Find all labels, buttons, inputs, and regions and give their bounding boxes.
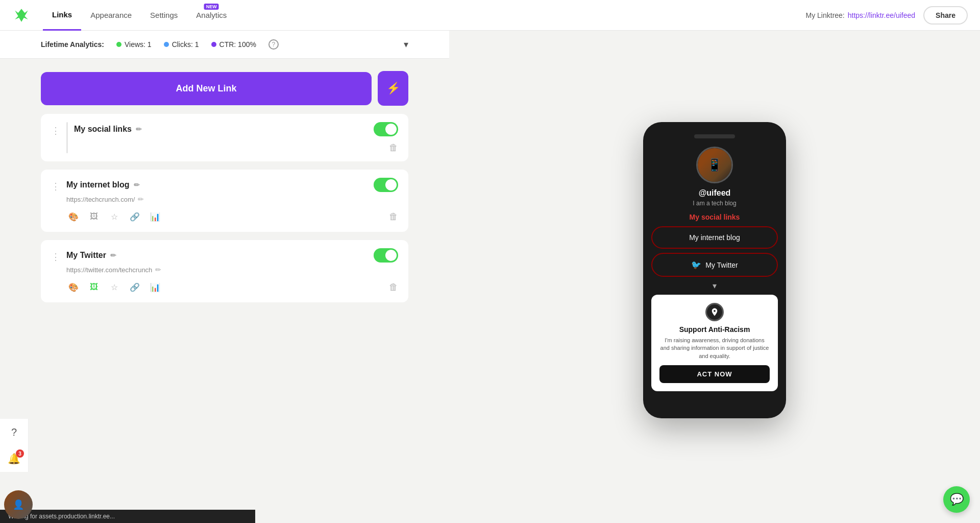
blog-title: My internet blog ✏ [66,180,140,189]
notifications-side-icon[interactable]: 🔔 3 [0,445,29,472]
twitter-edit-icon[interactable]: ✏ [110,251,116,259]
analytics-bar: Lifetime Analytics: Views: 1 Clicks: 1 C… [0,31,449,59]
phone-banner-title: Support Anti-Racism [659,325,770,334]
twitter-title: My Twitter ✏ [66,251,116,260]
tab-settings[interactable]: Settings [141,1,187,30]
phone-banner-icon [705,303,724,321]
phone-act-now-button[interactable]: ACT NOW [659,365,770,383]
clicks-stat: Clicks: 1 [164,40,199,49]
phone-chevron-icon: ▾ [651,281,778,291]
linktree-url-display: My Linktree: https://linktr.ee/uifeed [806,11,916,19]
tab-appearance[interactable]: Appearance [81,1,141,30]
phone-section-title: My social links [651,213,778,221]
twitter-url: https://twitter.com/techcrunch ✏ [66,266,398,274]
phone-preview-panel: 📱 @uifeed I am a tech blog My social lin… [449,31,980,510]
blog-stats-icon[interactable]: 📊 [148,209,162,224]
section-card-content: My social links ✏ 🗑 [74,122,398,153]
twitter-card: ⋮ My Twitter ✏ https://twitter.com/t [41,240,408,302]
drag-handle-twitter[interactable]: ⋮ [51,248,60,263]
blog-actions: 🎨 🖼 ☆ 🔗 📊 🗑 [66,209,398,224]
section-delete-icon[interactable]: 🗑 [389,142,398,153]
chat-icon: 💬 [950,493,964,506]
blog-toggle-slider [374,178,398,192]
profile-username: @uifeed [651,188,778,198]
linktree-url-link[interactable]: https://linktr.ee/uifeed [848,11,915,19]
phone-internet-blog-btn[interactable]: My internet blog [651,226,778,249]
blog-gate-icon[interactable]: 🔗 [128,209,142,224]
notification-badge: 3 [16,449,24,458]
twitter-card-header: My Twitter ✏ [66,248,398,263]
twitter-url-edit-icon[interactable]: ✏ [155,266,161,274]
blog-url-edit-icon[interactable]: ✏ [138,195,144,203]
twitter-actions: 🎨 🖼 ☆ 🔗 📊 🗑 [66,280,398,294]
avatar-image: 📱 [698,148,731,182]
content-area: Add New Link ⚡ ⋮ My social links ✏ [0,59,449,315]
section-title: My social links ✏ [74,125,142,134]
blog-edit-icon[interactable]: ✏ [134,181,140,189]
phone-banner-description: I'm raising awareness, driving donations… [659,337,770,360]
section-toggle-slider [374,122,398,136]
blog-thumbnail-icon[interactable]: 🎨 [66,209,81,224]
blog-url: https://techcrunch.com/ ✏ [66,195,398,203]
analytics-collapse-icon[interactable]: ▾ [404,39,408,50]
phone-notch [694,134,735,138]
share-button[interactable]: Share [923,6,968,25]
ctr-dot [211,42,216,47]
blog-delete-icon[interactable]: 🗑 [389,211,398,222]
blog-star-icon[interactable]: ☆ [107,209,121,224]
analytics-help-icon[interactable]: ? [268,39,279,50]
internet-blog-card: ⋮ My internet blog ✏ https://techcru [41,170,408,232]
profile-avatar: 📱 [696,147,733,183]
twitter-toggle-slider [374,248,398,263]
status-bar: Waiting for assets.production.linktr.ee.… [0,510,255,523]
section-card-header: My social links ✏ [74,122,398,136]
twitter-bird-icon: 🐦 [691,260,701,270]
views-dot [116,42,121,47]
social-links-section-card: ⋮ My social links ✏ 🗑 [41,114,408,161]
nav-right: My Linktree: https://linktr.ee/uifeed Sh… [806,6,968,25]
tab-analytics[interactable]: NEW Analytics [187,1,236,30]
drag-handle-section[interactable]: ⋮ [51,122,60,136]
chat-button[interactable]: 💬 [943,486,970,513]
twitter-image-icon[interactable]: 🖼 [87,280,101,294]
phone-twitter-btn[interactable]: 🐦 My Twitter [651,253,778,277]
analytics-label: Lifetime Analytics: [41,40,104,49]
left-panel: Lifetime Analytics: Views: 1 Clicks: 1 C… [0,31,449,510]
add-link-row: Add New Link ⚡ [41,71,408,106]
clicks-dot [164,42,169,47]
nav-tabs: Links Appearance Settings NEW Analytics [43,0,236,31]
twitter-delete-icon[interactable]: 🗑 [389,282,398,293]
twitter-toggle[interactable] [374,248,398,263]
add-new-link-button[interactable]: Add New Link [41,72,372,105]
blog-card-header: My internet blog ✏ [66,178,398,192]
twitter-stats-icon[interactable]: 📊 [148,280,162,294]
phone-banner: Support Anti-Racism I'm raising awarenes… [651,295,778,391]
user-avatar[interactable]: 👤 [4,490,33,519]
user-avatar-image: 👤 [4,490,33,519]
separator-line [66,122,68,153]
twitter-card-content: My Twitter ✏ https://twitter.com/techcru… [66,248,398,294]
blog-image-icon[interactable]: 🖼 [87,209,101,224]
lightning-button[interactable]: ⚡ [378,71,408,106]
views-stat: Views: 1 [116,40,152,49]
blog-toggle[interactable] [374,178,398,192]
section-edit-icon[interactable]: ✏ [136,125,142,133]
help-side-icon[interactable]: ? [0,419,29,445]
logo[interactable] [12,6,31,25]
lightning-icon: ⚡ [386,82,400,95]
profile-bio: I am a tech blog [651,200,778,207]
phone-frame: 📱 @uifeed I am a tech blog My social lin… [643,122,786,418]
twitter-gate-icon[interactable]: 🔗 [128,280,142,294]
twitter-star-icon[interactable]: ☆ [107,280,121,294]
side-icons: ? 🔔 3 [0,419,29,472]
blog-card-content: My internet blog ✏ https://techcrunch.co… [66,178,398,224]
top-navigation: Links Appearance Settings NEW Analytics … [0,0,980,31]
main-layout: Lifetime Analytics: Views: 1 Clicks: 1 C… [0,31,980,510]
ctr-stat: CTR: 100% [211,40,256,49]
twitter-thumbnail-icon[interactable]: 🎨 [66,280,81,294]
drag-handle-blog[interactable]: ⋮ [51,178,60,192]
section-toggle[interactable] [374,122,398,136]
new-badge: NEW [204,4,219,10]
tab-links[interactable]: Links [43,0,81,31]
